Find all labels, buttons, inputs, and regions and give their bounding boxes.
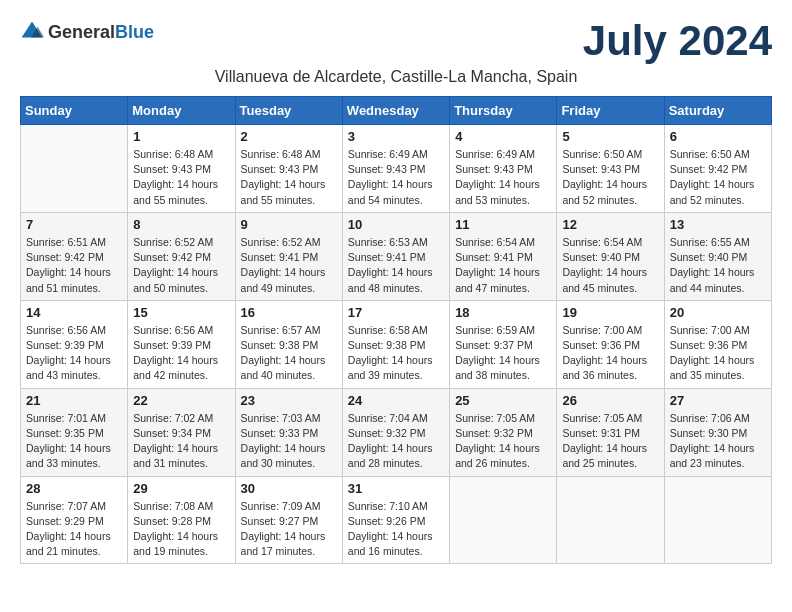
day-info: Sunrise: 7:07 AM Sunset: 9:29 PM Dayligh… [26, 499, 122, 560]
calendar-cell: 11Sunrise: 6:54 AM Sunset: 9:41 PM Dayli… [450, 212, 557, 300]
day-info: Sunrise: 7:01 AM Sunset: 9:35 PM Dayligh… [26, 411, 122, 472]
calendar-cell: 13Sunrise: 6:55 AM Sunset: 9:40 PM Dayli… [664, 212, 771, 300]
logo-icon [20, 20, 44, 44]
day-number: 9 [241, 217, 337, 232]
day-info: Sunrise: 7:03 AM Sunset: 9:33 PM Dayligh… [241, 411, 337, 472]
day-number: 31 [348, 481, 444, 496]
weekday-header-monday: Monday [128, 97, 235, 125]
calendar-cell: 30Sunrise: 7:09 AM Sunset: 9:27 PM Dayli… [235, 476, 342, 564]
calendar-cell: 23Sunrise: 7:03 AM Sunset: 9:33 PM Dayli… [235, 388, 342, 476]
day-info: Sunrise: 6:49 AM Sunset: 9:43 PM Dayligh… [455, 147, 551, 208]
day-info: Sunrise: 6:54 AM Sunset: 9:41 PM Dayligh… [455, 235, 551, 296]
day-number: 24 [348, 393, 444, 408]
day-info: Sunrise: 6:54 AM Sunset: 9:40 PM Dayligh… [562, 235, 658, 296]
weekday-header-wednesday: Wednesday [342, 97, 449, 125]
day-info: Sunrise: 6:49 AM Sunset: 9:43 PM Dayligh… [348, 147, 444, 208]
day-info: Sunrise: 6:48 AM Sunset: 9:43 PM Dayligh… [241, 147, 337, 208]
day-info: Sunrise: 6:53 AM Sunset: 9:41 PM Dayligh… [348, 235, 444, 296]
day-number: 15 [133, 305, 229, 320]
weekday-header-row: SundayMondayTuesdayWednesdayThursdayFrid… [21, 97, 772, 125]
day-number: 30 [241, 481, 337, 496]
calendar-week-row: 7Sunrise: 6:51 AM Sunset: 9:42 PM Daylig… [21, 212, 772, 300]
calendar-cell: 20Sunrise: 7:00 AM Sunset: 9:36 PM Dayli… [664, 300, 771, 388]
day-number: 23 [241, 393, 337, 408]
weekday-header-sunday: Sunday [21, 97, 128, 125]
day-number: 18 [455, 305, 551, 320]
day-number: 17 [348, 305, 444, 320]
calendar-table: SundayMondayTuesdayWednesdayThursdayFrid… [20, 96, 772, 564]
day-number: 7 [26, 217, 122, 232]
weekday-header-thursday: Thursday [450, 97, 557, 125]
day-info: Sunrise: 6:50 AM Sunset: 9:43 PM Dayligh… [562, 147, 658, 208]
day-info: Sunrise: 7:00 AM Sunset: 9:36 PM Dayligh… [562, 323, 658, 384]
day-info: Sunrise: 6:57 AM Sunset: 9:38 PM Dayligh… [241, 323, 337, 384]
calendar-cell [664, 476, 771, 564]
day-info: Sunrise: 6:56 AM Sunset: 9:39 PM Dayligh… [26, 323, 122, 384]
day-number: 8 [133, 217, 229, 232]
day-info: Sunrise: 7:10 AM Sunset: 9:26 PM Dayligh… [348, 499, 444, 560]
calendar-cell: 2Sunrise: 6:48 AM Sunset: 9:43 PM Daylig… [235, 125, 342, 213]
day-info: Sunrise: 6:52 AM Sunset: 9:41 PM Dayligh… [241, 235, 337, 296]
day-info: Sunrise: 6:50 AM Sunset: 9:42 PM Dayligh… [670, 147, 766, 208]
day-number: 1 [133, 129, 229, 144]
calendar-week-row: 14Sunrise: 6:56 AM Sunset: 9:39 PM Dayli… [21, 300, 772, 388]
logo: GeneralBlue [20, 20, 154, 44]
weekday-header-saturday: Saturday [664, 97, 771, 125]
calendar-cell: 3Sunrise: 6:49 AM Sunset: 9:43 PM Daylig… [342, 125, 449, 213]
day-info: Sunrise: 7:04 AM Sunset: 9:32 PM Dayligh… [348, 411, 444, 472]
day-number: 3 [348, 129, 444, 144]
day-info: Sunrise: 6:56 AM Sunset: 9:39 PM Dayligh… [133, 323, 229, 384]
weekday-header-friday: Friday [557, 97, 664, 125]
calendar-cell: 15Sunrise: 6:56 AM Sunset: 9:39 PM Dayli… [128, 300, 235, 388]
day-info: Sunrise: 6:52 AM Sunset: 9:42 PM Dayligh… [133, 235, 229, 296]
calendar-cell [557, 476, 664, 564]
calendar-cell: 8Sunrise: 6:52 AM Sunset: 9:42 PM Daylig… [128, 212, 235, 300]
calendar-cell: 18Sunrise: 6:59 AM Sunset: 9:37 PM Dayli… [450, 300, 557, 388]
header: GeneralBlue July 2024 [20, 20, 772, 62]
calendar-cell: 29Sunrise: 7:08 AM Sunset: 9:28 PM Dayli… [128, 476, 235, 564]
calendar-cell [21, 125, 128, 213]
day-number: 2 [241, 129, 337, 144]
day-info: Sunrise: 6:59 AM Sunset: 9:37 PM Dayligh… [455, 323, 551, 384]
day-info: Sunrise: 7:09 AM Sunset: 9:27 PM Dayligh… [241, 499, 337, 560]
day-info: Sunrise: 6:51 AM Sunset: 9:42 PM Dayligh… [26, 235, 122, 296]
calendar-cell: 6Sunrise: 6:50 AM Sunset: 9:42 PM Daylig… [664, 125, 771, 213]
calendar-cell [450, 476, 557, 564]
logo-general-text: General [48, 22, 115, 42]
calendar-cell: 4Sunrise: 6:49 AM Sunset: 9:43 PM Daylig… [450, 125, 557, 213]
day-number: 22 [133, 393, 229, 408]
calendar-cell: 27Sunrise: 7:06 AM Sunset: 9:30 PM Dayli… [664, 388, 771, 476]
day-info: Sunrise: 7:02 AM Sunset: 9:34 PM Dayligh… [133, 411, 229, 472]
day-number: 25 [455, 393, 551, 408]
calendar-cell: 31Sunrise: 7:10 AM Sunset: 9:26 PM Dayli… [342, 476, 449, 564]
day-number: 12 [562, 217, 658, 232]
day-info: Sunrise: 6:58 AM Sunset: 9:38 PM Dayligh… [348, 323, 444, 384]
calendar-cell: 26Sunrise: 7:05 AM Sunset: 9:31 PM Dayli… [557, 388, 664, 476]
day-number: 13 [670, 217, 766, 232]
day-number: 21 [26, 393, 122, 408]
calendar-cell: 28Sunrise: 7:07 AM Sunset: 9:29 PM Dayli… [21, 476, 128, 564]
calendar-week-row: 21Sunrise: 7:01 AM Sunset: 9:35 PM Dayli… [21, 388, 772, 476]
day-info: Sunrise: 7:05 AM Sunset: 9:32 PM Dayligh… [455, 411, 551, 472]
calendar-cell: 17Sunrise: 6:58 AM Sunset: 9:38 PM Dayli… [342, 300, 449, 388]
calendar-cell: 22Sunrise: 7:02 AM Sunset: 9:34 PM Dayli… [128, 388, 235, 476]
calendar-cell: 14Sunrise: 6:56 AM Sunset: 9:39 PM Dayli… [21, 300, 128, 388]
day-number: 6 [670, 129, 766, 144]
weekday-header-tuesday: Tuesday [235, 97, 342, 125]
calendar-cell: 7Sunrise: 6:51 AM Sunset: 9:42 PM Daylig… [21, 212, 128, 300]
day-info: Sunrise: 6:48 AM Sunset: 9:43 PM Dayligh… [133, 147, 229, 208]
calendar-week-row: 28Sunrise: 7:07 AM Sunset: 9:29 PM Dayli… [21, 476, 772, 564]
day-number: 11 [455, 217, 551, 232]
logo-blue-text: Blue [115, 22, 154, 42]
day-number: 20 [670, 305, 766, 320]
day-info: Sunrise: 6:55 AM Sunset: 9:40 PM Dayligh… [670, 235, 766, 296]
day-number: 5 [562, 129, 658, 144]
calendar-cell: 1Sunrise: 6:48 AM Sunset: 9:43 PM Daylig… [128, 125, 235, 213]
day-number: 29 [133, 481, 229, 496]
day-number: 19 [562, 305, 658, 320]
calendar-cell: 24Sunrise: 7:04 AM Sunset: 9:32 PM Dayli… [342, 388, 449, 476]
day-info: Sunrise: 7:05 AM Sunset: 9:31 PM Dayligh… [562, 411, 658, 472]
calendar-cell: 19Sunrise: 7:00 AM Sunset: 9:36 PM Dayli… [557, 300, 664, 388]
calendar-cell: 5Sunrise: 6:50 AM Sunset: 9:43 PM Daylig… [557, 125, 664, 213]
day-number: 14 [26, 305, 122, 320]
